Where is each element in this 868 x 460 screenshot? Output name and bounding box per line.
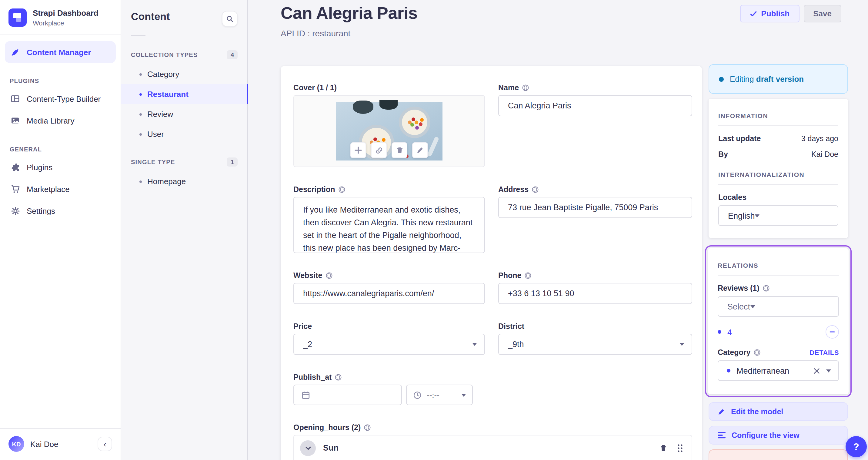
delete-entry-button[interactable] — [709, 450, 848, 460]
publish-button[interactable]: Publish — [740, 5, 799, 23]
edit-asset-button[interactable] — [412, 142, 428, 158]
sidebar-item-label: Content Manager — [27, 47, 91, 57]
publish-at-time-input[interactable]: --:-- — [406, 385, 473, 405]
subnav-item-category[interactable]: Category — [121, 64, 247, 84]
category-select[interactable]: Mediterranean — [718, 360, 839, 381]
opening-hours-row-sun[interactable]: Sun — [294, 435, 692, 460]
editing-draft-banner: Editing draft version — [709, 64, 848, 94]
sidebar-item-label: Media Library — [27, 116, 74, 125]
add-asset-button[interactable] — [350, 142, 366, 158]
cover-field: Cover (1 / 1) — [293, 84, 485, 167]
single-type-count-badge: 1 — [227, 158, 238, 167]
publish-at-date-input[interactable] — [293, 385, 402, 405]
phone-label: Phone — [498, 271, 521, 280]
relations-heading: RELATIONS — [718, 262, 839, 269]
right-panel: Editing draft version INFORMATION Last u… — [709, 64, 848, 460]
opening-hours-label: Opening_hours (2) — [293, 423, 361, 432]
subnav-item-review[interactable]: Review — [121, 104, 247, 124]
edit-model-button[interactable]: Edit the model — [709, 402, 848, 421]
sidebar-item-media-library[interactable]: Media Library — [5, 110, 116, 131]
check-icon — [749, 10, 757, 17]
locale-value: English — [728, 211, 755, 220]
brand-title: Strapi Dashboard — [33, 9, 98, 19]
globe-icon — [763, 285, 770, 292]
website-input[interactable] — [293, 283, 485, 304]
phone-input[interactable] — [498, 283, 692, 304]
opening-hours-field: Opening_hours (2) Sun — [293, 423, 692, 460]
sidebar-item-marketplace[interactable]: Marketplace — [5, 178, 116, 200]
main-sidebar: Strapi Dashboard Workplace Content Manag… — [0, 0, 121, 460]
trash-icon — [396, 146, 403, 154]
content-type-builder-icon — [10, 93, 21, 104]
chevron-down-icon — [750, 305, 755, 308]
save-button[interactable]: Save — [803, 5, 841, 23]
configure-view-button[interactable]: Configure the view — [709, 426, 848, 445]
reviews-select[interactable]: Select — [718, 296, 839, 317]
category-label: Category — [718, 348, 750, 357]
help-button[interactable]: ? — [845, 436, 867, 457]
sidebar-item-settings[interactable]: Settings — [5, 200, 116, 222]
relations-highlight-outline: RELATIONS Reviews (1) Select 4 — [705, 245, 851, 397]
configure-layout-icon — [718, 432, 725, 438]
category-value: Mediterranean — [737, 366, 809, 375]
copy-link-button[interactable] — [371, 142, 387, 158]
chevron-down-icon — [472, 343, 477, 346]
price-select[interactable]: _2 — [293, 334, 485, 355]
edit-form-card: Cover (1 / 1) — [281, 66, 702, 460]
internationalization-heading: INTERNATIONALIZATION — [718, 171, 838, 178]
plus-icon — [354, 146, 362, 154]
bullet-dot — [140, 113, 142, 116]
trash-icon[interactable] — [659, 443, 668, 452]
subnav-item-homepage[interactable]: Homepage — [121, 171, 247, 191]
expand-row-button[interactable] — [300, 440, 316, 456]
brand[interactable]: Strapi Dashboard Workplace — [0, 0, 121, 35]
last-update-value: 3 days ago — [801, 134, 838, 143]
puzzle-icon — [10, 162, 21, 173]
address-input[interactable] — [498, 197, 692, 218]
avatar: KD — [8, 436, 24, 452]
details-link[interactable]: DETAILS — [809, 349, 839, 356]
subnav-item-restaurant[interactable]: Restaurant — [121, 84, 247, 104]
page-title: Can Alegria Paris — [281, 4, 417, 23]
description-textarea[interactable]: If you like Mediterranean and exotic dis… — [293, 197, 485, 253]
sidebar-item-plugins[interactable]: Plugins — [5, 156, 116, 178]
bullet-dot — [140, 73, 142, 75]
by-value: Kai Doe — [811, 150, 838, 159]
sidebar-item-label: Plugins — [27, 163, 53, 172]
locale-select[interactable]: English — [718, 205, 838, 226]
district-select[interactable]: _9th — [498, 334, 692, 355]
globe-icon — [338, 186, 345, 193]
divider — [131, 35, 146, 36]
publish-at-label: Publish_at — [293, 373, 332, 382]
name-input[interactable] — [498, 95, 692, 116]
strapi-app: Strapi Dashboard Workplace Content Manag… — [0, 0, 868, 460]
review-relation-item[interactable]: 4 — [727, 327, 826, 336]
content-subnav: Content COLLECTION TYPES 4 Category Rest… — [121, 0, 248, 460]
bullet-dot — [140, 180, 142, 183]
pencil-icon — [416, 146, 424, 154]
subnav-item-user[interactable]: User — [121, 124, 247, 144]
calendar-icon — [301, 390, 310, 399]
collapse-sidebar-button[interactable]: ‹ — [98, 437, 112, 451]
district-label: District — [498, 322, 524, 331]
edit-model-label: Edit the model — [731, 407, 783, 416]
minus-icon — [829, 329, 835, 335]
chevron-down-icon — [680, 343, 684, 346]
cover-label: Cover (1 / 1) — [293, 84, 337, 92]
cover-dropzone[interactable] — [293, 95, 485, 167]
subnav-section-single-type: SINGLE TYPE — [131, 159, 175, 165]
drag-handle-icon[interactable] — [677, 443, 683, 452]
address-field: Address — [498, 185, 692, 218]
remove-relation-button[interactable] — [826, 325, 839, 338]
sidebar-item-content-manager[interactable]: Content Manager — [5, 41, 116, 63]
publish-at-field: Publish_at --:-- — [293, 373, 485, 405]
relation-dot — [718, 330, 721, 334]
reviews-label: Reviews (1) — [718, 284, 760, 293]
search-button[interactable] — [222, 11, 238, 27]
sidebar-item-content-type-builder[interactable]: Content-Type Builder — [5, 88, 116, 110]
pencil-icon — [718, 408, 725, 415]
sidebar-section-general: GENERAL — [0, 131, 121, 156]
close-icon[interactable] — [813, 367, 820, 374]
delete-asset-button[interactable] — [392, 142, 407, 158]
divider — [718, 125, 838, 126]
